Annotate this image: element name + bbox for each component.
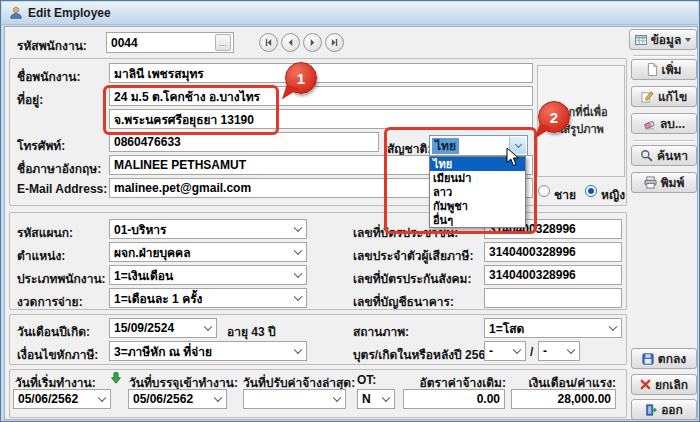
phone-input[interactable]: 0860476633: [109, 132, 379, 152]
old-rate-value: 0.00: [477, 392, 500, 406]
permanent-date-combobox[interactable]: 05/06/2562: [128, 389, 227, 409]
ot-combobox[interactable]: N: [357, 389, 395, 409]
callout-1-number: 1: [297, 70, 305, 87]
tax-id-value: 3140400328996: [489, 245, 576, 259]
delete-icon: [643, 117, 656, 130]
birthdate-value: 15/09/2524: [114, 321, 174, 335]
phone-label: โทรศัพท์:: [17, 136, 65, 155]
annotation-box-1: [103, 85, 279, 135]
chevron-down-icon: [333, 394, 341, 402]
pencil-icon: [641, 90, 654, 103]
position-combobox[interactable]: ผจก.ฝ่ายบุคคล: [109, 242, 307, 262]
social-security-input[interactable]: 3140400328996: [484, 265, 622, 285]
chevron-down-icon: [294, 293, 302, 301]
department-value: 01-บริหาร: [114, 220, 167, 239]
chevron-down-icon: [98, 394, 106, 402]
print-button-label: พิมพ์: [661, 173, 685, 192]
print-button[interactable]: พิมพ์: [631, 172, 697, 193]
bank-account-label: เลขที่บัญชีธนาคาร:: [353, 292, 454, 311]
pay-period-combobox[interactable]: 1=เดือนละ 1 ครั้ง: [109, 288, 307, 308]
title-bar[interactable]: Edit Employee: [2, 2, 698, 25]
children-label: บุตร/เกิดในหรือหลังปี 2561:: [353, 345, 496, 364]
last-raise-combobox[interactable]: [243, 389, 346, 409]
mouse-cursor: [506, 147, 520, 167]
chevron-down-icon: [294, 346, 302, 354]
chevron-down-icon: [204, 323, 212, 331]
marital-status-combobox[interactable]: 1=โสด: [484, 318, 622, 338]
previous-icon: [286, 38, 295, 47]
tax-id-input[interactable]: 3140400328996: [484, 242, 622, 262]
address-label: ที่อยู่:: [17, 90, 43, 109]
email-value: malinee.pet@gmail.com: [114, 181, 251, 195]
tax-condition-label: เงื่อนไขหักภาษี:: [17, 345, 98, 364]
first-record-button[interactable]: [259, 33, 278, 52]
chevron-down-icon: [294, 224, 302, 232]
next-icon: [308, 38, 317, 47]
gender-male-radio[interactable]: [538, 185, 550, 197]
marital-status-label: สถานภาพ:: [353, 322, 409, 341]
delete-button[interactable]: ลบ...: [631, 113, 697, 134]
chevron-down-icon: [294, 270, 302, 278]
gender-male-label: ชาย: [554, 185, 576, 204]
pay-period-value: 1=เดือนละ 1 ครั้ง: [114, 289, 202, 308]
search-button-label: ค้นหา: [657, 146, 688, 165]
window-title: Edit Employee: [28, 6, 111, 20]
tax-condition-value: 3=ภาษีหัก ณ ที่จ่าย: [114, 342, 212, 361]
gender-female-radio[interactable]: [585, 185, 597, 197]
employee-code-label: รหัสพนักงาน:: [17, 36, 87, 55]
new-page-icon: [647, 63, 658, 76]
search-icon: [640, 149, 653, 162]
name-value: มาลินี เพชรสมุทร: [114, 64, 204, 83]
annotation-callout-2: 2: [538, 101, 570, 133]
children-combobox-1[interactable]: -: [484, 341, 526, 361]
green-down-arrow-icon: [111, 372, 121, 384]
tax-condition-combobox[interactable]: 3=ภาษีหัก ณ ที่จ่าย: [109, 341, 307, 361]
children-separator: /: [530, 345, 533, 359]
browse-button[interactable]: ...: [215, 34, 231, 51]
pay-period-label: งวดการจ่าย:: [17, 292, 83, 311]
toolbar-separator-1: [633, 55, 695, 56]
email-label: E-Mail Address:: [17, 182, 107, 196]
children-combobox-2[interactable]: -: [538, 341, 580, 361]
chevron-down-icon: [214, 394, 222, 402]
children-value-2: -: [543, 344, 547, 358]
chevron-down-icon: [513, 346, 521, 354]
department-combobox[interactable]: 01-บริหาร: [109, 219, 307, 239]
birthdate-combobox[interactable]: 15/09/2524: [109, 318, 217, 338]
toolbar-separator-2: [633, 140, 695, 141]
name-label: ชื่อพนักงาน:: [17, 67, 81, 86]
search-button[interactable]: ค้นหา: [631, 145, 697, 166]
name-input[interactable]: มาลินี เพชรสมุทร: [109, 63, 533, 83]
edit-button[interactable]: แก้ไข: [631, 86, 697, 107]
bank-account-input[interactable]: [484, 288, 622, 308]
chevron-down-icon: [567, 346, 575, 354]
previous-record-button[interactable]: [281, 33, 300, 52]
position-label: ตำแหน่ง:: [17, 246, 65, 265]
add-button[interactable]: เพิ่ม: [631, 59, 697, 80]
exit-button[interactable]: ออก: [631, 399, 697, 420]
data-button[interactable]: ข้อมูล: [629, 29, 697, 50]
start-date-combobox[interactable]: 05/06/2562: [13, 389, 111, 409]
save-icon: [642, 353, 654, 365]
next-record-button[interactable]: [303, 33, 322, 52]
salary-input[interactable]: 28,000.00: [511, 389, 616, 409]
tax-id-label: เลขประจำตัวผู้เสียภาษี:: [353, 246, 474, 265]
chevron-down-icon: [609, 323, 617, 331]
phone-value: 0860476633: [114, 135, 181, 149]
edit-button-label: แก้ไข: [658, 87, 687, 106]
old-rate-input[interactable]: 0.00: [403, 389, 505, 409]
printer-icon: [644, 176, 657, 189]
english-name-value: MALINEE PETHSAMUT: [114, 158, 246, 172]
start-date-value: 05/06/2562: [18, 392, 78, 406]
delete-button-label: ลบ...: [660, 114, 685, 133]
data-button-label: ข้อมูล: [651, 30, 682, 49]
last-record-button[interactable]: [325, 33, 344, 52]
employee-type-combobox[interactable]: 1=เงินเดือน: [109, 265, 307, 285]
permanent-date-value: 05/06/2562: [133, 392, 193, 406]
last-icon: [330, 38, 339, 47]
annotation-box-2: [384, 127, 537, 234]
ok-button-label: ตกลง: [658, 349, 686, 368]
cancel-button[interactable]: ยกเลิก: [631, 374, 697, 395]
age-text: อายุ 43 ปี: [227, 322, 276, 341]
ok-button[interactable]: ตกลง: [631, 348, 697, 369]
